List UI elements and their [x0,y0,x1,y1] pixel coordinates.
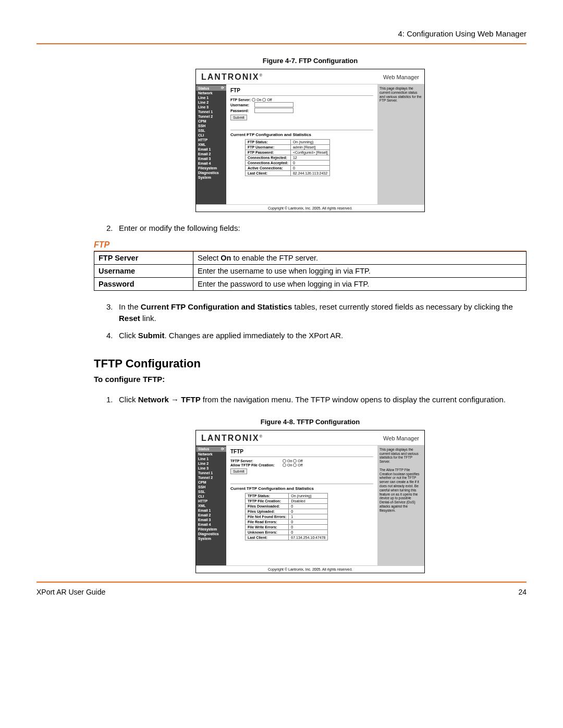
tftp-allow-label: Allow TFTP File Creation: [230,463,283,467]
radio-off[interactable] [293,463,297,467]
sidebar-item[interactable]: Filesystem [196,527,226,532]
panel-title: TFTP [230,449,373,454]
sidebar-item[interactable]: Network [196,91,226,95]
sidebar-item[interactable]: Tunnel 1 [196,471,226,475]
sidebar-item[interactable]: Email 1 [196,508,226,513]
sidebar-nav: Status⟳NetworkLine 1Line 2Line 3Tunnel 1… [196,446,226,565]
sidebar-item[interactable]: Line 3 [196,105,226,109]
web-manager-label: Web Manager [383,435,419,441]
stats-heading: Current FTP Configuration and Statistics [230,132,373,137]
sidebar-item[interactable]: Filesystem [196,166,226,170]
footer-page: 24 [518,588,527,596]
sidebar-item[interactable]: Line 1 [196,456,226,461]
username-input[interactable] [254,102,293,107]
header-rule [36,43,527,44]
sidebar-item[interactable]: SSL [196,128,226,133]
footer-guide: XPort AR User Guide [36,588,105,596]
heading-tftp: TFTP Configuration [94,357,527,371]
submit-button[interactable]: Submit [230,468,247,474]
password-label: Password: [230,109,254,113]
sidebar-item[interactable]: CLI [196,133,226,138]
sidebar-item[interactable]: CLI [196,494,226,499]
sidebar-item[interactable]: Diagnostics [196,170,226,175]
figure-caption-1: Figure 4-7. FTP Configuration [94,57,527,65]
sidebar-item[interactable]: System [196,175,226,180]
sidebar-item[interactable]: SSH [196,124,226,128]
sidebar-item[interactable]: Line 2 [196,100,226,105]
sidebar-item[interactable]: Line 1 [196,95,226,100]
section-ftp: FTP [94,240,527,251]
radio-off[interactable] [293,459,297,463]
sidebar-item[interactable]: Line 2 [196,461,226,466]
figure-caption-2: Figure 4-8. TFTP Configuration [94,418,527,426]
sidebar-item[interactable]: Tunnel 2 [196,114,226,119]
sidebar-item[interactable]: Status⟳ [196,447,226,452]
copyright: Copyright © Lantronix, Inc. 2005. All ri… [196,204,424,212]
sidebar-item[interactable]: Email 2 [196,513,226,517]
sidebar-item[interactable]: System [196,536,226,541]
sidebar-item[interactable]: Email 3 [196,156,226,161]
step-4: Click Submit. Changes are applied immedi… [119,330,343,341]
radio-off[interactable] [262,98,266,102]
stats-table: FTP Status:On (running)FTP Username:admi… [245,139,330,176]
sidebar-item[interactable]: XML [196,503,226,508]
sidebar-item[interactable]: XML [196,142,226,147]
page-header: 4: Configuration Using Web Manager [36,29,527,40]
sidebar-nav: Status⟳NetworkLine 1Line 2Line 3Tunnel 1… [196,84,226,204]
subheading-tftp: To configure TFTP: [94,375,527,384]
sidebar-item[interactable]: Tunnel 2 [196,475,226,480]
sidebar-item[interactable]: Diagnostics [196,532,226,536]
panel-title: FTP [230,88,373,93]
sidebar-item[interactable]: CPM [196,480,226,485]
screenshot-ftp: LANTRONIX® Web Manager Status⟳NetworkLin… [195,69,425,212]
sidebar-item[interactable]: Email 2 [196,152,226,156]
web-manager-label: Web Manager [383,74,419,80]
ftp-server-label: FTP Server: [230,98,251,102]
stats-heading: Current TFTP Configuration and Statistic… [230,486,373,491]
username-label: Username: [230,103,254,107]
radio-on[interactable] [252,98,255,102]
step-3: In the Current FTP Configuration and Sta… [119,301,527,324]
tftp-step-1: Click Network → TFTP from the navigation… [119,394,506,405]
radio-on[interactable] [283,463,286,467]
tftp-server-label: TFTP Server: [230,459,283,463]
field-table: FTP ServerSelect On to enable the FTP se… [94,251,527,291]
password-input[interactable] [254,108,293,113]
sidebar-item[interactable]: HTTP [196,499,226,503]
sidebar-item[interactable]: Email 4 [196,522,226,527]
sidebar-item[interactable]: HTTP [196,138,226,142]
stats-table: TFTP Status:On (running)TFTP File Creati… [245,493,328,540]
sidebar-item[interactable]: SSH [196,485,226,489]
brand-logo: LANTRONIX® [201,72,263,82]
copyright: Copyright © Lantronix, Inc. 2005. All ri… [196,565,424,573]
sidebar-item[interactable]: SSL [196,489,226,494]
sidebar-item[interactable]: Email 4 [196,161,226,166]
sidebar-item[interactable]: CPM [196,119,226,124]
sidebar-item[interactable]: Line 3 [196,466,226,471]
sidebar-item[interactable]: Email 3 [196,517,226,522]
submit-button[interactable]: Submit [230,115,247,120]
footer-rule [36,582,527,583]
sidebar-item[interactable]: Email 1 [196,147,226,152]
screenshot-tftp: LANTRONIX® Web Manager Status⟳NetworkLin… [195,430,425,573]
step-2: Enter or modify the following fields: [119,223,240,234]
sidebar-item[interactable]: Network [196,452,226,456]
brand-logo: LANTRONIX® [201,434,263,443]
radio-on[interactable] [283,459,286,463]
help-panel: This page displays the current connectio… [377,84,424,204]
help-panel: This page displays the current status an… [377,446,424,565]
sidebar-item[interactable]: Status⟳ [196,85,226,91]
sidebar-item[interactable]: Tunnel 1 [196,109,226,114]
